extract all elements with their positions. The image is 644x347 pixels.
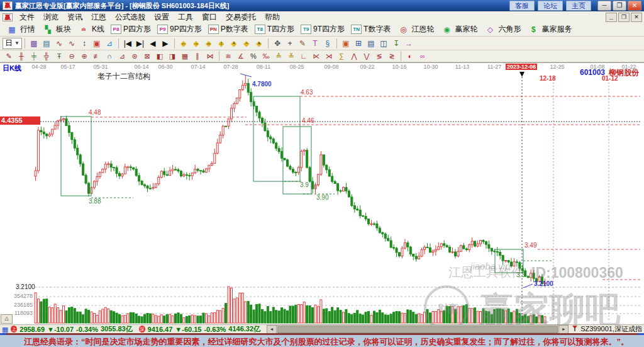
crosshair-icon[interactable]: + <box>284 37 296 50</box>
gann-wheel-button[interactable]: ◎江恩轮 <box>394 24 437 35</box>
volume-pane-toggle-button[interactable]: △ <box>1 314 13 324</box>
p-square-button[interactable]: P8P四方形 <box>108 24 154 35</box>
menu-item-文件[interactable]: 文件 <box>15 12 39 22</box>
half-left-icon[interactable]: ◧ <box>153 50 166 62</box>
export-icon[interactable]: ↧ <box>390 37 402 50</box>
gann-shift-right-icon[interactable]: ◆→ <box>190 37 203 50</box>
gann-zoom-out-icon[interactable]: ◆− <box>240 37 253 50</box>
candle-compress-icon[interactable]: ↕ <box>78 37 91 50</box>
wedge-up-icon[interactable]: ⋀ <box>348 50 360 62</box>
speed-line-icon[interactable]: ∟ <box>297 50 310 62</box>
hexagon-button[interactable]: ◇六角形 <box>480 24 524 35</box>
half-right-icon[interactable]: ◨ <box>166 50 179 62</box>
titlebar-button-service[interactable]: 客服 <box>509 1 535 11</box>
scrollbar-track[interactable] <box>277 325 558 334</box>
draw-pen-icon[interactable]: ✎ <box>296 37 309 50</box>
prev-bar-icon[interactable]: ◀ <box>147 37 159 50</box>
close-button[interactable]: ✕ <box>628 1 641 11</box>
fan-right-icon[interactable]: ⋊ <box>323 50 335 62</box>
notebook-icon[interactable]: ▤ <box>365 37 377 50</box>
index-shortcut-label[interactable]: SZ399001,深证成指 <box>580 324 642 334</box>
hatch-tool-icon[interactable]: ≢ <box>91 50 103 62</box>
wedge-down-icon[interactable]: ⋁ <box>360 50 373 62</box>
period-selector[interactable]: 日▼ <box>3 38 22 49</box>
gann-text-icon[interactable]: T <box>309 37 321 50</box>
info-board-icon[interactable]: ▤ <box>40 37 53 50</box>
golden-section-icon[interactable]: ≙ <box>272 50 285 62</box>
winner-service-button[interactable]: $赢家服务 <box>524 24 575 35</box>
percent-tool-icon[interactable]: % <box>247 50 260 62</box>
9p-square-button[interactable]: P99P四方形 <box>154 24 205 35</box>
horizontal-scrollbar[interactable]: ◂ ▸ <box>267 326 569 333</box>
angle-measure-icon[interactable]: ∡ <box>235 50 247 62</box>
arc-tool-icon[interactable]: ∩ <box>103 50 116 62</box>
t-digit-table-button[interactable]: TNT数字表 <box>348 24 394 35</box>
infinity-icon[interactable]: ∞ <box>416 50 429 62</box>
compare-tool-icon[interactable]: ≶ <box>373 50 386 62</box>
permille-tool-icon[interactable]: ‰ <box>260 50 272 62</box>
next-bar-icon[interactable]: ▶ <box>159 37 172 50</box>
quotes-button[interactable]: ▦行情 <box>3 24 38 35</box>
p-digit-table-button[interactable]: PNP数字表 <box>205 24 252 35</box>
gann-reset-icon[interactable]: ◆× <box>253 37 265 50</box>
gann-grid-icon[interactable]: ╪ <box>28 50 40 62</box>
time-ruler-icon[interactable]: Ŧ <box>53 50 65 62</box>
gann-expand-v-icon[interactable]: ◆↕ <box>215 37 228 50</box>
market-grid-icon[interactable]: ▦ <box>2 326 8 333</box>
mdi-restore-button[interactable]: ❐ <box>618 13 630 22</box>
kline-button[interactable]: ılıK线 <box>74 24 108 35</box>
wave-measure-icon[interactable]: ≋ <box>222 50 235 62</box>
mirror-tool-icon[interactable]: ≷ <box>386 50 398 62</box>
mdi-close-button[interactable]: ✕ <box>631 13 642 22</box>
square-mask-icon[interactable]: ⊠ <box>141 50 153 62</box>
menu-item-交易委托[interactable]: 交易委托 <box>221 12 260 22</box>
menu-item-帮助[interactable]: 帮助 <box>260 12 284 22</box>
gann-shift-left-icon[interactable]: ◆← <box>177 37 190 50</box>
scroll-right-button[interactable]: ▸ <box>558 325 569 334</box>
pane-label-kline[interactable]: 日K线 <box>3 64 21 73</box>
calculator-icon[interactable]: ⊞ <box>352 37 365 50</box>
menu-item-浏览[interactable]: 浏览 <box>39 12 63 22</box>
parallel-lines-icon[interactable]: ∥ <box>191 50 204 62</box>
sum-tool-icon[interactable]: ∑ <box>335 50 348 62</box>
pan-hand-icon[interactable]: ✥ <box>271 37 284 50</box>
chart-area[interactable]: 04-2805-1705-3106-1406-3007-1407-2808-11… <box>0 62 644 325</box>
restore-button[interactable]: ❐ <box>613 1 626 11</box>
first-bar-icon[interactable]: |◀ <box>121 37 134 50</box>
cycle-cross-icon[interactable]: ⊕ <box>78 50 91 62</box>
titlebar-button-home[interactable]: 主页 <box>566 1 591 11</box>
dense-grid-icon[interactable]: ▦ <box>179 50 191 62</box>
menu-item-窗口[interactable]: 窗口 <box>197 12 221 22</box>
scrollbar-thumb[interactable] <box>277 326 558 333</box>
menu-item-设置[interactable]: 设置 <box>150 12 174 22</box>
mdi-minimize-button[interactable]: ＿ <box>606 13 617 22</box>
sectors-button[interactable]: ▚板块 <box>38 24 74 35</box>
last-bar-icon[interactable]: ▶| <box>134 37 147 50</box>
menu-item-工具[interactable]: 工具 <box>174 12 197 22</box>
gann-grid-wide-icon[interactable]: ╬ <box>40 50 53 62</box>
titlebar-button-forum[interactable]: 论坛 <box>538 1 563 11</box>
chart-style-icon[interactable]: ▩ <box>28 37 40 50</box>
highlight-range-icon[interactable]: ▣ <box>91 37 103 50</box>
9t-square-button[interactable]: T99T四方形 <box>297 24 348 35</box>
menu-item-公式选股[interactable]: 公式选股 <box>111 12 150 22</box>
color-flag-icon[interactable]: ⊿ <box>103 37 116 50</box>
menu-item-江恩[interactable]: 江恩 <box>87 12 111 22</box>
t-square-button[interactable]: T8T四方形 <box>252 24 297 35</box>
winner-wheel-button[interactable]: ◉赢家轮 <box>437 24 480 35</box>
spiral-icon[interactable]: § <box>321 37 334 50</box>
bowtie-tool-icon[interactable]: ⋈ <box>204 50 216 62</box>
send-icon[interactable]: → <box>402 37 415 50</box>
brush-tool-icon[interactable]: ✎ <box>3 50 15 62</box>
fan-left-icon[interactable]: ⋉ <box>310 50 323 62</box>
gann-fence-icon[interactable]: ╫ <box>15 50 28 62</box>
star-burst-icon[interactable]: ⊛ <box>128 50 141 62</box>
minimize-button[interactable]: ─ <box>597 1 611 11</box>
gann-expand-h-icon[interactable]: ◆↔ <box>203 37 215 50</box>
zigzag-up-icon[interactable]: ∿ <box>53 37 65 50</box>
taiji-icon[interactable]: ◐ <box>404 50 416 62</box>
calendar-icon[interactable]: ▣ <box>340 37 352 50</box>
price-band-icon[interactable]: ≚ <box>285 50 297 62</box>
cycle-ring-icon[interactable]: ⊖ <box>65 50 78 62</box>
menu-item-资讯[interactable]: 资讯 <box>63 12 87 22</box>
